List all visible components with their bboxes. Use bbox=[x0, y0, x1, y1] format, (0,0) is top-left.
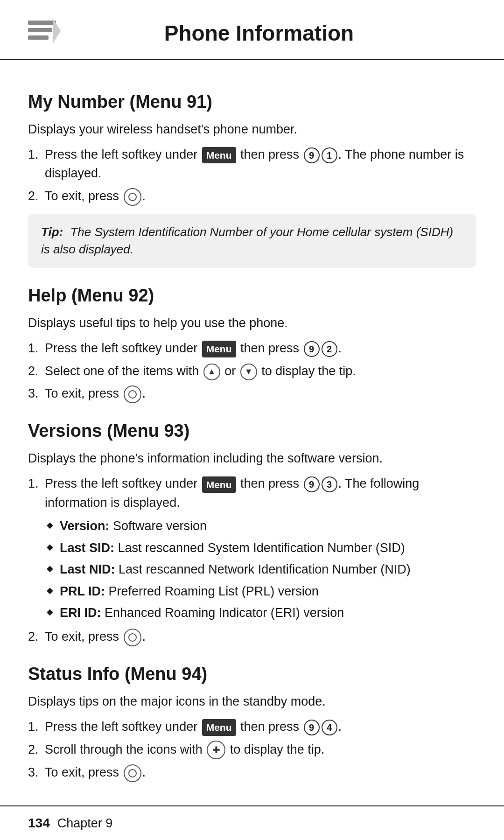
steps-status-info: 1. Press the left softkey under Menu the… bbox=[28, 717, 476, 782]
step-num: 1. bbox=[28, 717, 39, 736]
menu-badge: Menu bbox=[202, 476, 236, 493]
ok-button-icon bbox=[124, 764, 141, 782]
section-desc-versions: Displays the phone's information includi… bbox=[28, 449, 476, 468]
steps-my-number: 1. Press the left softkey under Menu the… bbox=[28, 145, 476, 206]
versions-bullet-list: Version: Software version Last SID: Last… bbox=[47, 517, 476, 623]
steps-versions-exit: 2. To exit, press . bbox=[28, 627, 476, 646]
ok-inner bbox=[128, 633, 137, 642]
steps-versions: 1. Press the left softkey under Menu the… bbox=[28, 474, 476, 512]
bullet-prl-id: PRL ID: Preferred Roaming List (PRL) ver… bbox=[47, 582, 476, 601]
step-num: 2. bbox=[28, 740, 39, 759]
nav-down-icon: ▼ bbox=[240, 364, 257, 380]
step-num: 1. bbox=[28, 145, 39, 164]
bullet-label: Last SID: bbox=[60, 541, 114, 555]
step-my-number-1: 1. Press the left softkey under Menu the… bbox=[28, 145, 476, 183]
section-desc-my-number: Displays your wireless handset's phone n… bbox=[28, 120, 476, 139]
menu-badge: Menu bbox=[202, 147, 236, 164]
step-versions-1: 1. Press the left softkey under Menu the… bbox=[28, 474, 476, 512]
section-title-help: Help (Menu 92) bbox=[28, 283, 476, 308]
section-title-status-info: Status Info (Menu 94) bbox=[28, 661, 476, 687]
key-9: 9 bbox=[304, 720, 320, 735]
step-num: 2. bbox=[28, 362, 39, 381]
ok-inner bbox=[128, 390, 137, 399]
tip-box-my-number: Tip: The System Identification Number of… bbox=[28, 214, 476, 268]
steps-help: 1. Press the left softkey under Menu the… bbox=[28, 339, 476, 403]
menu-badge: Menu bbox=[202, 719, 236, 736]
bullet-version: Version: Software version bbox=[47, 517, 476, 536]
step-status-2: 2. Scroll through the icons with ✚ to di… bbox=[28, 740, 476, 760]
nav-up-icon: ▲ bbox=[203, 364, 220, 380]
ok-button-icon bbox=[124, 629, 141, 646]
ok-button-icon bbox=[124, 188, 141, 206]
ok-inner bbox=[128, 193, 137, 201]
step-status-3: 3. To exit, press . bbox=[28, 763, 476, 782]
section-desc-status-info: Displays tips on the major icons in the … bbox=[28, 693, 476, 711]
svg-rect-2 bbox=[28, 35, 49, 40]
svg-rect-1 bbox=[28, 28, 52, 32]
key-1: 1 bbox=[322, 147, 337, 163]
page-footer: 134 Chapter 9 bbox=[0, 805, 504, 840]
bullet-last-nid: Last NID: Last rescanned Network Identif… bbox=[47, 560, 476, 579]
page-wrapper: Phone Information My Number (Menu 91) Di… bbox=[0, 0, 504, 840]
step-num: 3. bbox=[28, 384, 39, 403]
svg-rect-0 bbox=[28, 21, 56, 25]
main-content: My Number (Menu 91) Displays your wirele… bbox=[0, 65, 504, 806]
step-help-1: 1. Press the left softkey under Menu the… bbox=[28, 339, 476, 358]
menu-badge: Menu bbox=[202, 341, 236, 357]
nav-4way-icon: ✚ bbox=[207, 741, 225, 759]
key-2: 2 bbox=[322, 341, 337, 357]
key-9: 9 bbox=[304, 147, 320, 163]
section-title-versions: Versions (Menu 93) bbox=[28, 418, 476, 444]
logo-icon bbox=[28, 17, 61, 50]
tip-label: Tip: bbox=[41, 225, 63, 239]
step-num: 1. bbox=[28, 339, 39, 358]
step-status-1: 1. Press the left softkey under Menu the… bbox=[28, 717, 476, 736]
bullet-label: Last NID: bbox=[60, 562, 115, 576]
section-versions: Versions (Menu 93) Displays the phone's … bbox=[28, 418, 476, 646]
key-3: 3 bbox=[322, 476, 337, 492]
page-title: Phone Information bbox=[75, 18, 476, 49]
section-title-my-number: My Number (Menu 91) bbox=[28, 89, 476, 115]
step-help-3: 3. To exit, press . bbox=[28, 384, 476, 403]
footer-chapter-label: Chapter 9 bbox=[57, 814, 113, 833]
key-9: 9 bbox=[304, 341, 320, 357]
footer-page-number: 134 bbox=[28, 814, 50, 833]
svg-marker-3 bbox=[53, 19, 61, 43]
bullet-label: Version: bbox=[60, 519, 110, 533]
tip-text: The System Identification Number of your… bbox=[41, 225, 453, 257]
step-num: 3. bbox=[28, 763, 39, 782]
bullet-label: PRL ID: bbox=[60, 584, 105, 598]
step-num: 2. bbox=[28, 187, 39, 206]
page-header: Phone Information bbox=[0, 0, 504, 60]
section-status-info: Status Info (Menu 94) Displays tips on t… bbox=[28, 661, 476, 782]
step-versions-2: 2. To exit, press . bbox=[28, 627, 476, 646]
bullet-eri-id: ERI ID: Enhanced Roaming Indicator (ERI)… bbox=[47, 603, 476, 623]
step-num: 1. bbox=[28, 474, 39, 493]
section-my-number: My Number (Menu 91) Displays your wirele… bbox=[28, 89, 476, 268]
ok-button-icon bbox=[124, 385, 141, 403]
step-num: 2. bbox=[28, 627, 39, 646]
bullet-label: ERI ID: bbox=[60, 606, 101, 620]
ok-inner bbox=[128, 769, 137, 777]
bullet-last-sid: Last SID: Last rescanned System Identifi… bbox=[47, 539, 476, 558]
key-9: 9 bbox=[304, 476, 320, 492]
section-help: Help (Menu 92) Displays useful tips to h… bbox=[28, 283, 476, 403]
step-my-number-2: 2. To exit, press . bbox=[28, 187, 476, 206]
step-help-2: 2. Select one of the items with ▲ or ▼ t… bbox=[28, 362, 476, 381]
key-4: 4 bbox=[322, 720, 337, 735]
section-desc-help: Displays useful tips to help you use the… bbox=[28, 314, 476, 332]
